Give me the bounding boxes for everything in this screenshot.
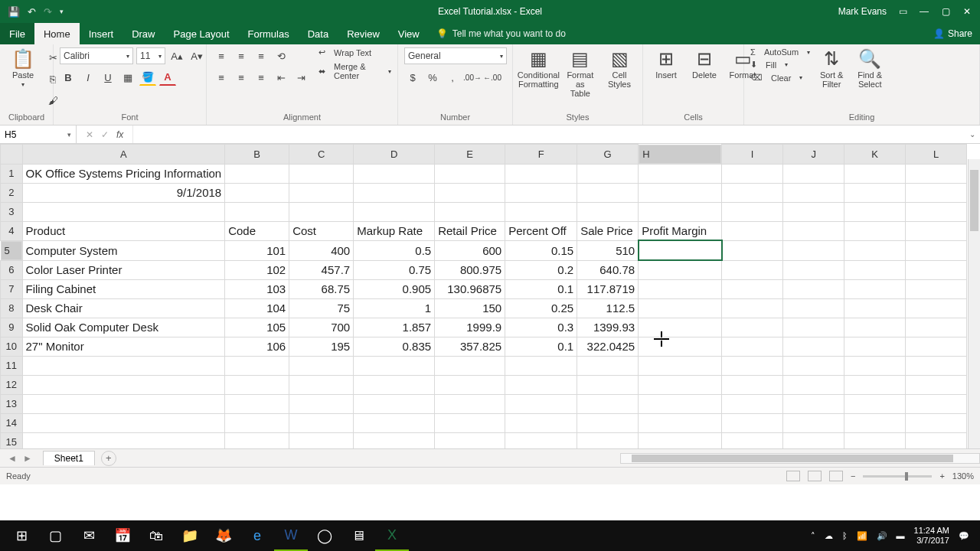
mail-icon[interactable]: ✉	[72, 520, 106, 551]
cell-F5[interactable]: 0.15	[505, 240, 577, 260]
qat-dropdown-icon[interactable]: ▾	[60, 8, 64, 15]
minimize-button[interactable]: —	[919, 6, 929, 17]
cell-K5[interactable]	[844, 240, 906, 260]
cell-K10[interactable]	[844, 337, 906, 356]
expand-formula-bar-icon[interactable]: ⌄	[965, 126, 980, 143]
comma-icon[interactable]: ,	[444, 69, 461, 86]
cell-H4[interactable]: Profit Margin	[639, 221, 722, 240]
cell-A5[interactable]: Computer System	[22, 240, 225, 260]
taskbar-clock[interactable]: 11:24 AM 3/7/2017	[914, 526, 949, 546]
task-view-icon[interactable]: ▢	[38, 520, 72, 551]
row-header-7[interactable]: 7	[1, 279, 23, 298]
cell-J4[interactable]	[783, 221, 844, 240]
cell-E13[interactable]	[435, 394, 505, 413]
cell-A13[interactable]	[22, 394, 225, 413]
shrink-font-icon[interactable]: A▾	[188, 47, 205, 64]
cell-C2[interactable]	[289, 183, 354, 202]
col-header-C[interactable]: C	[289, 145, 354, 165]
cell-F9[interactable]: 0.3	[505, 318, 577, 337]
cell-J10[interactable]	[783, 337, 844, 356]
cell-H15[interactable]	[639, 432, 722, 449]
cell-I11[interactable]	[722, 356, 783, 375]
volume-icon[interactable]: 🔊	[877, 531, 887, 541]
cell-I8[interactable]	[722, 298, 783, 318]
cell-G14[interactable]	[577, 413, 639, 432]
row-header-5[interactable]: 5	[1, 241, 22, 260]
cell-B3[interactable]	[225, 202, 289, 221]
orientation-icon[interactable]: ⟲	[273, 47, 289, 64]
cell-L7[interactable]	[906, 279, 967, 298]
col-header-G[interactable]: G	[577, 145, 639, 165]
obs-icon[interactable]: ◯	[308, 520, 341, 551]
notifications-icon[interactable]: 💬	[959, 531, 969, 541]
currency-icon[interactable]: $	[404, 69, 421, 86]
select-all-cell[interactable]	[1, 145, 23, 165]
cell-E2[interactable]	[435, 183, 505, 202]
cell-G4[interactable]: Sale Price	[577, 221, 639, 240]
cell-A3[interactable]	[22, 202, 225, 221]
indent-dec-icon[interactable]: ⇤	[273, 69, 289, 86]
cell-B6[interactable]: 102	[225, 260, 289, 279]
user-name[interactable]: Mark Evans	[838, 6, 887, 17]
tab-formulas[interactable]: Formulas	[239, 23, 299, 44]
cell-C6[interactable]: 457.7	[289, 260, 354, 279]
tab-draw[interactable]: Draw	[122, 23, 164, 44]
col-header-L[interactable]: L	[906, 145, 967, 165]
cell-G11[interactable]	[577, 356, 639, 375]
cell-K11[interactable]	[844, 356, 906, 375]
cancel-icon[interactable]: ✕	[86, 129, 93, 140]
cell-C5[interactable]: 400	[289, 240, 354, 260]
cell-J7[interactable]	[783, 279, 844, 298]
cell-D14[interactable]	[354, 413, 435, 432]
cell-K7[interactable]	[844, 279, 906, 298]
cell-C15[interactable]	[289, 432, 354, 449]
cell-K2[interactable]	[844, 183, 906, 202]
cell-J13[interactable]	[783, 394, 844, 413]
cell-I9[interactable]	[722, 318, 783, 337]
cell-E4[interactable]: Retail Price	[435, 221, 505, 240]
cell-J5[interactable]	[783, 240, 844, 260]
row-header-2[interactable]: 2	[1, 183, 23, 202]
cell-L4[interactable]	[906, 221, 967, 240]
redo-icon[interactable]: ↷	[44, 6, 52, 18]
cell-A15[interactable]	[22, 432, 225, 449]
cell-C10[interactable]: 195	[289, 337, 354, 356]
cell-H13[interactable]	[639, 394, 722, 413]
tab-insert[interactable]: Insert	[80, 23, 123, 44]
cell-H1[interactable]	[639, 164, 722, 183]
cell-E3[interactable]	[435, 202, 505, 221]
zoom-out-button[interactable]: −	[851, 471, 855, 481]
col-header-F[interactable]: F	[505, 145, 577, 165]
font-size-select[interactable]: 11▾	[136, 47, 165, 64]
indent-inc-icon[interactable]: ⇥	[292, 69, 309, 86]
row-header-14[interactable]: 14	[1, 413, 23, 432]
cell-G12[interactable]	[577, 375, 639, 394]
autosum-button[interactable]: Σ AutoSum ▾	[750, 47, 810, 57]
zoom-level[interactable]: 130%	[952, 471, 974, 481]
conditional-formatting-button[interactable]: ▦ ConditionalFormatting	[519, 47, 558, 90]
cell-H7[interactable]	[639, 279, 722, 298]
find-select-button[interactable]: 🔍 Find &Select	[853, 47, 887, 90]
save-icon[interactable]: 💾	[8, 6, 20, 18]
cell-H11[interactable]	[639, 356, 722, 375]
cell-F7[interactable]: 0.1	[505, 279, 577, 298]
cell-L5[interactable]	[906, 240, 967, 260]
cell-I10[interactable]	[722, 337, 783, 356]
explorer-icon[interactable]: 📁	[173, 520, 207, 551]
cell-E14[interactable]	[435, 413, 505, 432]
cell-H2[interactable]	[639, 183, 722, 202]
tab-page-layout[interactable]: Page Layout	[165, 23, 239, 44]
cell-D3[interactable]	[354, 202, 435, 221]
font-name-select[interactable]: Calibri▾	[60, 47, 133, 64]
cell-E10[interactable]: 357.825	[435, 337, 505, 356]
cell-B1[interactable]	[225, 164, 289, 183]
cell-B2[interactable]	[225, 183, 289, 202]
cell-C1[interactable]	[289, 164, 354, 183]
cell-L12[interactable]	[906, 375, 967, 394]
cell-L10[interactable]	[906, 337, 967, 356]
delete-cells-button[interactable]: ⊟Delete	[688, 47, 721, 81]
undo-icon[interactable]: ↶	[28, 6, 36, 18]
cell-D9[interactable]: 1.857	[354, 318, 435, 337]
row-header-11[interactable]: 11	[1, 356, 23, 375]
cell-I13[interactable]	[722, 394, 783, 413]
